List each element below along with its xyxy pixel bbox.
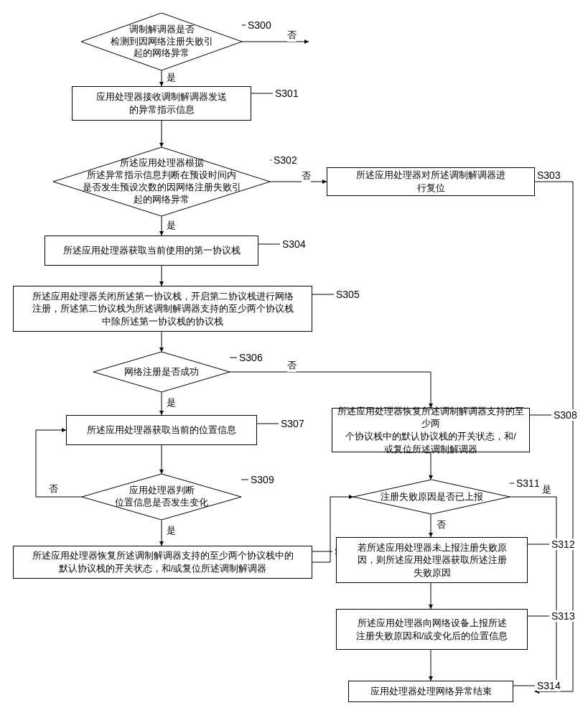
- step-label-s312: S312: [551, 538, 575, 550]
- node-s301-text: 应用处理器接收调制解调器发送的异常指示信息: [96, 90, 227, 116]
- step-label-s305: S305: [336, 289, 360, 300]
- step-label-s311: S311: [516, 477, 540, 489]
- node-s302: 所述应用处理器根据所述异常指示信息判断在预设时间内是否发生预设次数的因网络注册失…: [53, 147, 270, 216]
- node-s314: 应用处理器处理网络异常结束: [348, 681, 513, 702]
- step-label-s306: S306: [239, 352, 263, 363]
- node-s312-text: 若所述应用处理器未上报注册失败原因，则所述应用处理器获取所述注册失败原因: [358, 541, 507, 579]
- step-label-s313: S313: [551, 610, 575, 622]
- edge-label-yes: 是: [542, 483, 551, 496]
- edge-label-yes: 是: [167, 396, 176, 409]
- step-label-s302: S302: [274, 154, 297, 166]
- step-label-s300: S300: [248, 19, 271, 31]
- node-s300: 调制解调器是否检测到因网络注册失败引起的网络异常: [81, 13, 242, 70]
- step-label-s308: S308: [554, 409, 577, 421]
- node-s305-text: 所述应用处理器关闭所述第一协议栈，开启第二协议栈进行网络注册，所述第二协议栈为所…: [32, 290, 294, 328]
- edge-label-yes: 是: [167, 219, 176, 232]
- node-s303: 所述应用处理器对所述调制解调器进行复位: [327, 167, 535, 196]
- edge-label-no: 否: [437, 518, 446, 531]
- node-s309: 应用处理器判断位置信息是否发生变化: [82, 474, 241, 520]
- node-s306: 网络注册是否成功: [93, 352, 230, 392]
- step-label-s307: S307: [281, 418, 304, 429]
- node-s304-text: 所述应用处理器获取当前使用的第一协议栈: [63, 244, 241, 257]
- edge-label-no: 否: [287, 359, 297, 372]
- node-s306-text: 网络注册是否成功: [93, 352, 230, 392]
- step-label-s309: S309: [251, 474, 274, 485]
- node-s302-text: 所述应用处理器根据所述异常指示信息判断在预设时间内是否发生预设次数的因网络注册失…: [53, 147, 270, 216]
- node-s314-text: 应用处理器处理网络异常结束: [370, 685, 492, 698]
- edge-label-yes: 是: [167, 524, 176, 537]
- node-s307: 所述应用处理器获取当前的位置信息: [66, 415, 257, 445]
- node-s311: 注册失败原因是否已上报: [353, 480, 510, 514]
- node-s307-text: 所述应用处理器获取当前的位置信息: [87, 424, 236, 437]
- node-s309-text: 应用处理器判断位置信息是否发生变化: [82, 474, 241, 520]
- step-label-s314: S314: [537, 680, 561, 691]
- node-s303-text: 所述应用处理器对所述调制解调器进行复位: [356, 169, 505, 194]
- node-s310: 所述应用处理器恢复所述调制解调器支持的至少两个协议栈中的默认协议栈的开关状态，和…: [13, 546, 312, 579]
- step-label-s304: S304: [282, 238, 306, 250]
- node-s313: 所述应用处理器向网络设备上报所述注册失败原因和/或变化后的位置信息: [336, 609, 528, 650]
- node-s301: 应用处理器接收调制解调器发送的异常指示信息: [72, 86, 251, 121]
- step-label-s303: S303: [537, 169, 561, 181]
- node-s308: 所述应用处理器恢复所述调制解调器支持的至少两个协议栈中的默认协议栈的开关状态，和…: [332, 408, 530, 452]
- node-s305: 所述应用处理器关闭所述第一协议栈，开启第二协议栈进行网络注册，所述第二协议栈为所…: [13, 286, 312, 332]
- step-label-s301: S301: [275, 88, 299, 99]
- node-s308-text: 所述应用处理器恢复所述调制解调器支持的至少两个协议栈中的默认协议栈的开关状态，和…: [337, 405, 525, 455]
- node-s300-text: 调制解调器是否检测到因网络注册失败引起的网络异常: [81, 13, 242, 70]
- node-s312: 若所述应用处理器未上报注册失败原因，则所述应用处理器获取所述注册失败原因: [336, 537, 528, 583]
- edge-label-no: 否: [287, 29, 297, 42]
- node-s304: 所述应用处理器获取当前使用的第一协议栈: [45, 236, 258, 266]
- node-s313-text: 所述应用处理器向网络设备上报所述注册失败原因和/或变化后的位置信息: [356, 617, 508, 642]
- node-s311-text: 注册失败原因是否已上报: [353, 480, 510, 514]
- edge-label-no: 否: [49, 482, 58, 495]
- node-s310-text: 所述应用处理器恢复所述调制解调器支持的至少两个协议栈中的默认协议栈的开关状态，和…: [32, 549, 294, 574]
- flowchart: 调制解调器是否检测到因网络注册失败引起的网络异常 S300 是 否 应用处理器接…: [0, 0, 588, 718]
- edge-label-yes: 是: [167, 71, 176, 84]
- edge-label-no: 否: [302, 169, 311, 182]
